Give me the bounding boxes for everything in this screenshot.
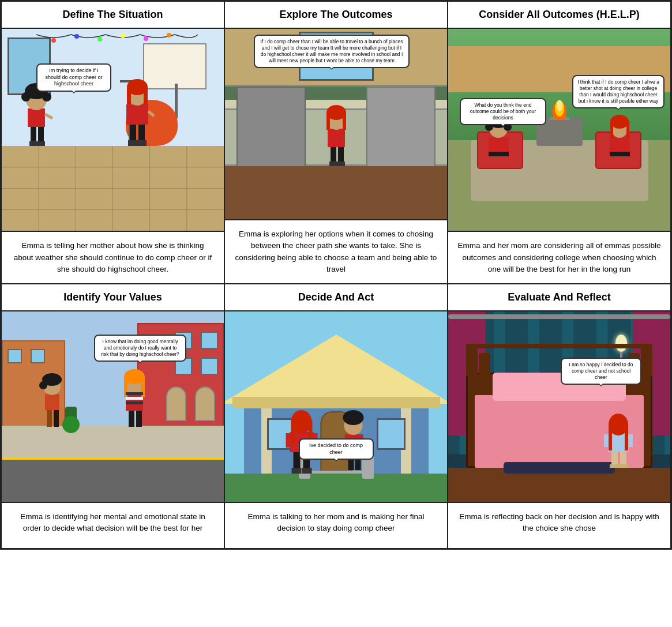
caption-explore-outcomes: Emma is exploring her options when it co… (225, 219, 447, 283)
image-evaluate-reflect: I am so happy i decided to do comp cheer… (448, 311, 670, 502)
cell-evaluate-reflect: Evaluate And Reflect (448, 284, 671, 549)
speech-bubble-scene3-right: I think that if I do comp cheer I ahve a… (572, 75, 665, 108)
header-consider-outcomes: Consider All Outcomes (H.E.L.P) (448, 2, 670, 29)
caption-define-situation: Emma is telling her mother about how she… (2, 231, 224, 283)
svg-rect-78 (302, 468, 311, 474)
caption-identify-values: Emma is identifying her mental and emoti… (2, 502, 224, 548)
svg-rect-26 (128, 140, 137, 146)
speech-bubble-scene3-left: What do you think the end outcome could … (460, 98, 546, 125)
svg-rect-17 (37, 141, 45, 146)
svg-point-5 (167, 33, 171, 37)
svg-rect-38 (328, 129, 345, 147)
header-decide-act: Decide And Act (225, 284, 447, 311)
image-identify-values: I know that im doing good mentally and e… (2, 311, 224, 502)
svg-rect-52 (489, 152, 509, 156)
svg-point-3 (121, 33, 125, 38)
svg-line-33 (148, 111, 154, 116)
speech-bubble-scene4: I know that im doing good mentally and e… (94, 335, 186, 362)
svg-rect-28 (126, 104, 148, 125)
svg-rect-31 (127, 87, 131, 104)
svg-rect-36 (329, 162, 337, 166)
cell-explore-outcomes: Explore The Outcomes (224, 1, 448, 284)
image-consider-outcomes: What do you think the end outcome could … (448, 29, 670, 231)
svg-point-2 (97, 37, 102, 42)
svg-rect-42 (343, 112, 346, 130)
image-define-situation: Im trying to decide if I should do comp … (2, 29, 224, 231)
svg-point-89 (343, 410, 363, 425)
svg-point-21 (21, 92, 31, 102)
svg-point-64 (39, 381, 47, 389)
svg-rect-101 (619, 464, 628, 468)
svg-rect-24 (130, 123, 136, 143)
svg-point-4 (144, 36, 148, 41)
svg-rect-74 (126, 401, 143, 404)
speech-bubble-scene2: If I do comp cheer than I will be able t… (254, 35, 410, 68)
svg-rect-41 (326, 112, 330, 130)
caption-decide-act: Emma is talking to her mom and is making… (225, 502, 447, 548)
svg-rect-35 (338, 146, 344, 163)
svg-rect-58 (610, 152, 630, 156)
svg-rect-56 (610, 122, 613, 138)
cell-identify-values: Identify Your Values (1, 284, 224, 549)
svg-point-22 (42, 92, 51, 102)
svg-rect-98 (611, 450, 618, 467)
svg-rect-77 (291, 468, 301, 474)
header-evaluate-reflect: Evaluate And Reflect (448, 284, 670, 311)
svg-rect-57 (626, 122, 629, 138)
cell-decide-act: Decide And Act (224, 284, 448, 549)
svg-rect-83 (286, 433, 290, 448)
header-identify-values: Identify Your Values (2, 284, 224, 311)
speech-bubble-scene6: I am so happy i decided to do comp cheer… (561, 358, 641, 385)
svg-point-1 (74, 34, 79, 39)
svg-line-23 (45, 114, 52, 118)
svg-rect-104 (609, 425, 612, 450)
header-define-situation: Define The Situation (2, 2, 224, 29)
svg-point-46 (557, 100, 562, 111)
storyboard-grid: Define The Situation (0, 0, 672, 550)
svg-rect-37 (337, 162, 345, 166)
svg-rect-32 (144, 87, 148, 104)
svg-rect-27 (137, 140, 147, 146)
svg-rect-65 (129, 410, 134, 427)
image-decide-act: Ive decided to do comp cheer (225, 311, 447, 502)
svg-rect-59 (47, 410, 52, 427)
svg-rect-53 (610, 137, 630, 152)
svg-rect-25 (138, 123, 145, 143)
svg-rect-60 (54, 410, 59, 427)
image-explore-outcomes: If I do comp cheer than I will be able t… (225, 29, 447, 219)
cell-consider-outcomes: Consider All Outcomes (H.E.L.P) (448, 1, 671, 284)
svg-rect-66 (136, 410, 142, 427)
caption-evaluate-reflect: Emma is reflecting back on her decision … (448, 502, 670, 548)
svg-rect-15 (38, 126, 44, 143)
cell-define-situation: Define The Situation (1, 1, 224, 284)
speech-bubble-scene1: Im trying to decide if I should do comp … (36, 63, 111, 92)
svg-rect-107 (628, 434, 633, 447)
svg-rect-18 (28, 108, 45, 127)
header-explore-outcomes: Explore The Outcomes (225, 2, 447, 29)
svg-rect-61 (45, 394, 59, 410)
svg-rect-47 (489, 137, 509, 152)
svg-point-0 (51, 38, 56, 43)
svg-rect-73 (126, 397, 143, 400)
svg-rect-105 (625, 425, 628, 450)
svg-rect-99 (620, 450, 626, 467)
svg-rect-106 (604, 434, 609, 447)
svg-rect-72 (126, 392, 143, 395)
svg-rect-100 (610, 464, 619, 468)
svg-rect-34 (331, 146, 336, 163)
caption-consider-outcomes: Emma and her mom are considering all of … (448, 231, 670, 283)
svg-rect-16 (29, 141, 37, 146)
speech-bubble-scene5: Ive decided to do comp cheer (299, 438, 374, 460)
svg-rect-14 (31, 126, 36, 143)
svg-rect-81 (291, 420, 295, 444)
